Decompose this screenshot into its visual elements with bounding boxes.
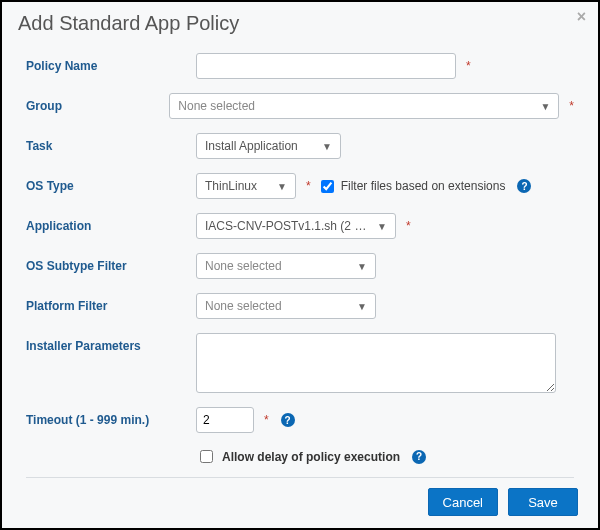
row-installer-params: Installer Parameters <box>26 333 574 393</box>
label-os-type: OS Type <box>26 173 196 193</box>
os-type-select-value: ThinLinux <box>205 179 257 193</box>
save-button[interactable]: Save <box>508 488 578 516</box>
filter-ext-wrapper[interactable]: Filter files based on extensions <box>317 177 506 196</box>
help-icon[interactable]: ? <box>517 179 531 193</box>
chevron-down-icon: ▼ <box>357 301 367 312</box>
required-marker: * <box>466 59 471 73</box>
row-policy-name: Policy Name * <box>26 53 574 79</box>
chevron-down-icon: ▼ <box>277 181 287 192</box>
label-application: Application <box>26 213 196 233</box>
os-subtype-select[interactable]: None selected ▼ <box>196 253 376 279</box>
close-icon[interactable]: × <box>577 8 586 26</box>
label-installer-params: Installer Parameters <box>26 333 196 353</box>
label-task: Task <box>26 133 196 153</box>
task-select[interactable]: Install Application ▼ <box>196 133 341 159</box>
row-allow-delay: Allow delay of policy execution ? <box>196 447 574 466</box>
label-policy-name: Policy Name <box>26 53 196 73</box>
row-application: Application IACS-CNV-POSTv1.1.sh (2 Repo… <box>26 213 574 239</box>
label-timeout: Timeout (1 - 999 min.) <box>26 407 196 427</box>
timeout-input[interactable] <box>196 407 254 433</box>
os-subtype-select-value: None selected <box>205 259 282 273</box>
row-task: Task Install Application ▼ <box>26 133 574 159</box>
required-marker: * <box>306 179 311 193</box>
add-app-policy-modal: Add Standard App Policy × Policy Name * … <box>0 0 600 530</box>
application-select-value: IACS-CNV-POSTv1.1.sh (2 Reposi <box>205 219 371 233</box>
group-select-value: None selected <box>178 99 255 113</box>
help-icon[interactable]: ? <box>281 413 295 427</box>
platform-select-value: None selected <box>205 299 282 313</box>
installer-params-textarea[interactable] <box>196 333 556 393</box>
modal-footer: Cancel Save <box>2 478 598 528</box>
help-icon[interactable]: ? <box>412 450 426 464</box>
required-marker: * <box>264 413 269 427</box>
platform-select[interactable]: None selected ▼ <box>196 293 376 319</box>
row-platform: Platform Filter None selected ▼ <box>26 293 574 319</box>
row-os-type: OS Type ThinLinux ▼ * Filter files based… <box>26 173 574 199</box>
required-marker: * <box>406 219 411 233</box>
required-marker: * <box>569 99 574 113</box>
cancel-button[interactable]: Cancel <box>428 488 498 516</box>
row-timeout: Timeout (1 - 999 min.) * ? <box>26 407 574 433</box>
chevron-down-icon: ▼ <box>377 221 387 232</box>
filter-ext-label: Filter files based on extensions <box>341 179 506 193</box>
task-select-value: Install Application <box>205 139 298 153</box>
application-select[interactable]: IACS-CNV-POSTv1.1.sh (2 Reposi ▼ <box>196 213 396 239</box>
modal-title: Add Standard App Policy <box>18 12 239 34</box>
label-os-subtype: OS Subtype Filter <box>26 253 196 273</box>
chevron-down-icon: ▼ <box>357 261 367 272</box>
chevron-down-icon: ▼ <box>322 141 332 152</box>
chevron-down-icon: ▼ <box>540 101 550 112</box>
modal-body: Policy Name * Group None selected ▼ * Ta… <box>2 43 598 477</box>
row-group: Group None selected ▼ * <box>26 93 574 119</box>
policy-name-input[interactable] <box>196 53 456 79</box>
row-os-subtype: OS Subtype Filter None selected ▼ <box>26 253 574 279</box>
allow-delay-label: Allow delay of policy execution <box>222 450 400 464</box>
allow-delay-checkbox[interactable] <box>200 450 213 463</box>
group-select[interactable]: None selected ▼ <box>169 93 559 119</box>
label-platform: Platform Filter <box>26 293 196 313</box>
label-group: Group <box>26 93 169 113</box>
filter-ext-checkbox[interactable] <box>321 180 334 193</box>
os-type-select[interactable]: ThinLinux ▼ <box>196 173 296 199</box>
modal-header: Add Standard App Policy × <box>2 2 598 43</box>
